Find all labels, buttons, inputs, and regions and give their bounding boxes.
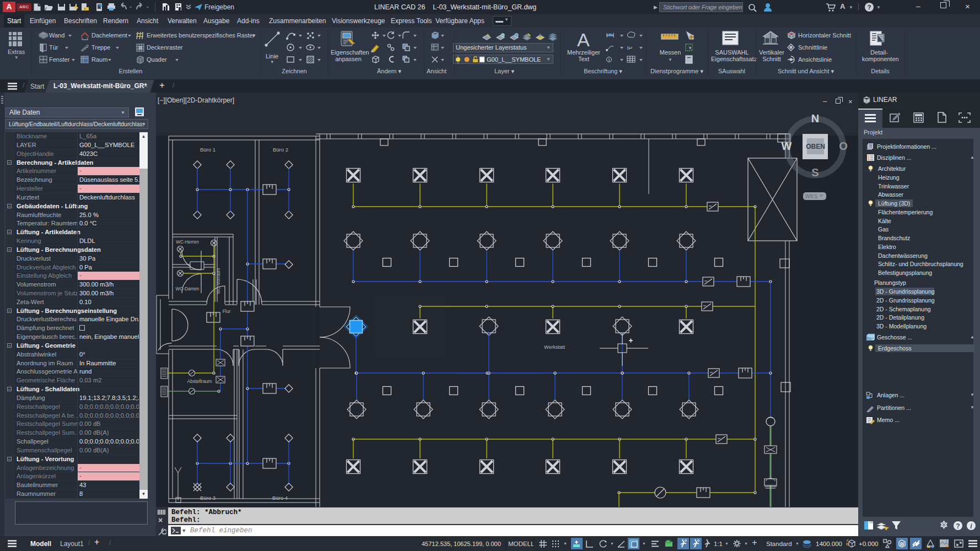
svg-text:A: A bbox=[577, 29, 590, 50]
svg-text:Büro 3: Büro 3 bbox=[200, 495, 216, 501]
svg-text:Büro 2: Büro 2 bbox=[273, 147, 288, 153]
svg-text:t↵: t↵ bbox=[627, 45, 633, 51]
svg-text:N: N bbox=[811, 112, 819, 125]
svg-text:?: ? bbox=[868, 4, 871, 10]
svg-text:O: O bbox=[839, 140, 848, 152]
svg-text:Werkstatt: Werkstatt bbox=[544, 344, 565, 350]
svg-text:S: S bbox=[811, 166, 819, 179]
svg-text:Büro 1: Büro 1 bbox=[200, 147, 216, 153]
svg-text:OBEN: OBEN bbox=[806, 143, 825, 150]
svg-text:WC-Herren: WC-Herren bbox=[176, 240, 199, 245]
svg-text:Abstellraum: Abstellraum bbox=[187, 379, 212, 384]
svg-text:WC-Damen: WC-Damen bbox=[176, 287, 200, 291]
svg-text:WC-Vorraum: WC-Vorraum bbox=[216, 268, 221, 294]
svg-text:W: W bbox=[782, 140, 792, 152]
svg-text:?: ? bbox=[956, 522, 960, 530]
svg-text:Büro 4: Büro 4 bbox=[272, 495, 288, 501]
svg-text:Flur: Flur bbox=[223, 309, 231, 314]
svg-text:1: 1 bbox=[608, 58, 610, 62]
svg-text:WKS: WKS bbox=[805, 193, 818, 199]
